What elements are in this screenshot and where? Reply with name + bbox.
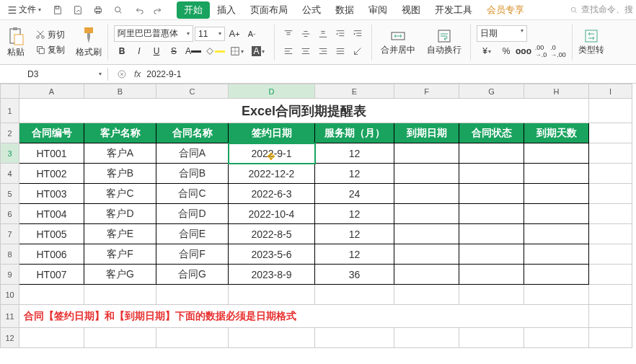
- highlight-button[interactable]: A▾: [248, 43, 268, 59]
- underline-button[interactable]: U: [149, 43, 164, 59]
- percent-button[interactable]: %: [498, 43, 514, 59]
- cell-E9[interactable]: 36: [315, 265, 394, 285]
- fill-color-button[interactable]: [205, 43, 225, 59]
- tab-view[interactable]: 视图: [394, 1, 428, 19]
- table-header-6[interactable]: 合同状态: [459, 123, 524, 143]
- increase-font-icon[interactable]: A+: [226, 26, 242, 42]
- cell-D6[interactable]: 2022-10-4: [229, 204, 315, 224]
- cell-H4[interactable]: [524, 164, 589, 184]
- tab-review[interactable]: 审阅: [361, 1, 394, 19]
- row-header-8[interactable]: 8: [1, 244, 19, 265]
- number-format-select[interactable]: 日期▾: [477, 25, 527, 42]
- table-header-1[interactable]: 客户名称: [84, 123, 156, 143]
- tab-formula[interactable]: 公式: [295, 1, 328, 19]
- cell-G4[interactable]: [459, 164, 524, 184]
- cell-F3[interactable]: [394, 143, 459, 164]
- tab-layout[interactable]: 页面布局: [243, 1, 295, 19]
- decrease-font-icon[interactable]: A-: [244, 26, 260, 42]
- row-header-9[interactable]: 9: [1, 265, 19, 285]
- type-convert-button[interactable]: 类型转: [575, 27, 607, 58]
- tab-insert[interactable]: 插入: [210, 1, 243, 19]
- tab-vip[interactable]: 会员专享: [480, 1, 531, 19]
- cell-C3[interactable]: 合同A: [156, 143, 229, 164]
- cell-F9[interactable]: [394, 265, 459, 285]
- tab-data[interactable]: 数据: [328, 1, 361, 19]
- fx-icon[interactable]: fx: [134, 69, 141, 79]
- cell-C9[interactable]: 合同G: [156, 265, 229, 285]
- cell-H8[interactable]: [524, 244, 589, 265]
- col-header-B[interactable]: B: [84, 84, 156, 99]
- print-icon[interactable]: [90, 2, 106, 18]
- cell-G5[interactable]: [459, 184, 524, 204]
- cell-F5[interactable]: [394, 184, 459, 204]
- search-input[interactable]: 查找命令、搜: [570, 4, 633, 16]
- cell-C4[interactable]: 合同B: [156, 164, 229, 184]
- row-header-11[interactable]: 11: [1, 305, 19, 328]
- cell-A7[interactable]: HT005: [19, 224, 84, 244]
- strikethrough-button[interactable]: S: [166, 43, 182, 59]
- table-title[interactable]: Excel合同到期提醒表: [19, 99, 589, 123]
- cell-A4[interactable]: HT002: [19, 164, 84, 184]
- align-center-icon[interactable]: [298, 43, 314, 59]
- cell-C8[interactable]: 合同F: [156, 244, 229, 265]
- distribute-icon[interactable]: [332, 43, 348, 59]
- comma-button[interactable]: ooo: [516, 43, 531, 59]
- col-header-I[interactable]: I: [589, 84, 632, 99]
- redo-icon[interactable]: [151, 2, 167, 18]
- cell-G6[interactable]: [459, 204, 524, 224]
- col-header-C[interactable]: C: [156, 84, 229, 99]
- indent-increase-icon[interactable]: [350, 26, 366, 42]
- col-header-H[interactable]: H: [524, 84, 589, 99]
- cell-G8[interactable]: [459, 244, 524, 265]
- cell-D5[interactable]: 2022-6-3: [229, 184, 315, 204]
- cell-C5[interactable]: 合同C: [156, 184, 229, 204]
- font-select[interactable]: 阿里巴巴普惠体▾: [114, 25, 193, 42]
- align-right-icon[interactable]: [315, 43, 331, 59]
- decrease-decimal-button[interactable]: .0→.00: [550, 43, 566, 59]
- currency-button[interactable]: ¥▾: [477, 43, 497, 59]
- format-painter-button[interactable]: 格式刷: [73, 25, 105, 60]
- cell-A3[interactable]: HT001: [19, 143, 84, 164]
- cell-D4[interactable]: 2022-12-2: [229, 164, 315, 184]
- wrap-text-button[interactable]: 自动换行: [424, 27, 464, 58]
- select-all-corner[interactable]: [1, 84, 19, 99]
- cell-D7[interactable]: 2022-8-5: [229, 224, 315, 244]
- cell-E8[interactable]: 12: [315, 244, 394, 265]
- fx-cancel-icon[interactable]: [114, 66, 130, 82]
- increase-decimal-button[interactable]: .00→.0: [533, 43, 549, 59]
- row-header-1[interactable]: 1: [1, 99, 19, 123]
- cell-H9[interactable]: [524, 265, 589, 285]
- font-color-button[interactable]: A: [183, 43, 203, 59]
- save-icon[interactable]: [50, 2, 66, 18]
- note-cell[interactable]: 合同【签约日期】和【到期日期】下面的数据必须是日期格式: [19, 305, 589, 328]
- bold-button[interactable]: B: [114, 43, 130, 59]
- cell-D8[interactable]: 2023-5-6: [229, 244, 315, 265]
- cell-H5[interactable]: [524, 184, 589, 204]
- cell-B5[interactable]: 客户C: [84, 184, 156, 204]
- col-header-F[interactable]: F: [394, 84, 459, 99]
- cell-C7[interactable]: 合同E: [156, 224, 229, 244]
- cell-F8[interactable]: [394, 244, 459, 265]
- cell-D3[interactable]: 2022✥-9-1: [229, 143, 315, 164]
- col-header-A[interactable]: A: [19, 84, 84, 99]
- cell-B3[interactable]: 客户A: [84, 143, 156, 164]
- indent-decrease-icon[interactable]: [332, 26, 348, 42]
- cell-F7[interactable]: [394, 224, 459, 244]
- cell-B7[interactable]: 客户E: [84, 224, 156, 244]
- align-left-icon[interactable]: [281, 43, 296, 59]
- cell-H3[interactable]: [524, 143, 589, 164]
- cell-B9[interactable]: 客户G: [84, 265, 156, 285]
- cell-G7[interactable]: [459, 224, 524, 244]
- cut-button[interactable]: 剪切: [33, 28, 67, 42]
- col-header-E[interactable]: E: [315, 84, 394, 99]
- row-header-5[interactable]: 5: [1, 184, 19, 204]
- cell-B6[interactable]: 客户D: [84, 204, 156, 224]
- row-header-6[interactable]: 6: [1, 204, 19, 224]
- file-menu[interactable]: 文件 ▾: [3, 2, 45, 17]
- table-header-7[interactable]: 到期天数: [524, 123, 589, 143]
- row-header-10[interactable]: 10: [1, 285, 19, 305]
- tab-start[interactable]: 开始: [177, 1, 210, 19]
- cell-E3[interactable]: 12: [315, 143, 394, 164]
- copy-button[interactable]: 复制: [33, 43, 67, 57]
- merge-center-button[interactable]: 合并居中: [378, 27, 418, 58]
